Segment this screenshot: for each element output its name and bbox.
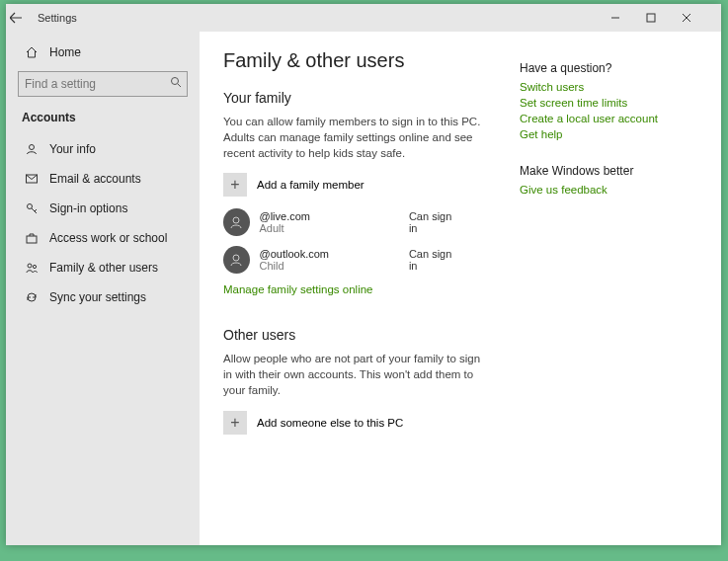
sidebar-item-signin-options[interactable]: Sign-in options — [6, 194, 200, 223]
page-title: Family & other users — [223, 49, 490, 72]
close-button[interactable] — [682, 13, 717, 23]
other-users-heading: Other users — [223, 327, 490, 343]
your-family-desc: You can allow family members to sign in … — [223, 114, 490, 161]
avatar-icon — [223, 208, 250, 236]
help-link-screen-time[interactable]: Set screen time limits — [520, 97, 697, 109]
nav-label: Sign-in options — [49, 201, 127, 215]
section-label: Accounts — [6, 107, 200, 134]
have-question-heading: Have a question? — [520, 61, 697, 75]
settings-window: Settings Home Acco — [6, 4, 721, 545]
home-icon — [22, 45, 41, 59]
other-users-desc: Allow people who are not part of your fa… — [223, 351, 490, 398]
svg-rect-7 — [27, 236, 37, 243]
minimize-button[interactable] — [610, 13, 646, 23]
member-email: @outlook.com — [260, 248, 409, 260]
plus-icon: + — [223, 173, 247, 197]
member-email: @live.com — [260, 210, 409, 222]
sidebar-item-email-accounts[interactable]: Email & accounts — [6, 164, 200, 194]
mail-icon — [22, 172, 41, 186]
people-icon — [22, 261, 41, 275]
help-link-create-local-user[interactable]: Create a local user account — [520, 113, 697, 124]
svg-point-2 — [172, 78, 179, 85]
sidebar-item-access-work-school[interactable]: Access work or school — [6, 223, 200, 253]
add-family-label: Add a family member — [257, 179, 364, 191]
content: Family & other users Your family You can… — [200, 32, 721, 545]
manage-family-link[interactable]: Manage family settings online — [223, 283, 490, 295]
add-other-label: Add someone else to this PC — [257, 417, 403, 429]
member-status: Can sign in — [409, 248, 460, 272]
add-family-member-button[interactable]: + Add a family member — [223, 173, 490, 197]
member-role: Child — [260, 260, 409, 272]
svg-point-10 — [233, 217, 239, 223]
sidebar-item-your-info[interactable]: Your info — [6, 134, 200, 164]
sidebar-item-family-other-users[interactable]: Family & other users — [6, 253, 200, 282]
key-icon — [22, 201, 41, 215]
aside-column: Have a question? Switch users Set screen… — [520, 49, 697, 545]
nav-list: Your info Email & accounts Sign-in optio… — [6, 134, 200, 312]
svg-rect-1 — [647, 14, 655, 22]
home-nav[interactable]: Home — [6, 40, 200, 65]
svg-point-6 — [28, 204, 33, 209]
sidebar-item-sync-settings[interactable]: Sync your settings — [6, 282, 200, 312]
svg-point-9 — [33, 265, 36, 268]
titlebar: Settings — [6, 4, 721, 32]
avatar-icon — [223, 246, 250, 274]
plus-icon: + — [223, 411, 247, 435]
svg-point-4 — [30, 145, 35, 150]
family-member-row[interactable]: @outlook.com Child Can sign in — [223, 246, 490, 274]
home-label: Home — [49, 45, 81, 59]
add-other-user-button[interactable]: + Add someone else to this PC — [223, 411, 490, 435]
maximize-button[interactable] — [646, 13, 682, 23]
nav-label: Email & accounts — [49, 172, 141, 186]
briefcase-icon — [22, 231, 41, 245]
search-wrap — [18, 71, 188, 97]
help-link-get-help[interactable]: Get help — [520, 128, 697, 140]
help-link-switch-users[interactable]: Switch users — [520, 81, 697, 93]
family-member-row[interactable]: @live.com Adult Can sign in — [223, 208, 490, 236]
your-family-heading: Your family — [223, 90, 490, 106]
feedback-link[interactable]: Give us feedback — [520, 184, 697, 196]
svg-point-11 — [233, 255, 239, 261]
svg-point-8 — [28, 264, 32, 268]
svg-line-3 — [178, 84, 181, 87]
search-input[interactable] — [18, 71, 188, 97]
user-icon — [22, 142, 41, 156]
nav-label: Sync your settings — [49, 290, 146, 304]
nav-label: Family & other users — [49, 261, 158, 275]
window-title: Settings — [38, 12, 77, 24]
member-status: Can sign in — [409, 210, 460, 234]
sync-icon — [22, 290, 41, 304]
search-icon — [170, 76, 182, 88]
nav-label: Your info — [49, 142, 96, 156]
make-windows-better-heading: Make Windows better — [520, 164, 697, 178]
back-button[interactable] — [10, 12, 34, 24]
nav-label: Access work or school — [49, 231, 167, 245]
member-role: Adult — [260, 222, 409, 234]
main-column: Family & other users Your family You can… — [223, 49, 490, 545]
sidebar: Home Accounts Your info Email & accounts — [6, 32, 200, 545]
